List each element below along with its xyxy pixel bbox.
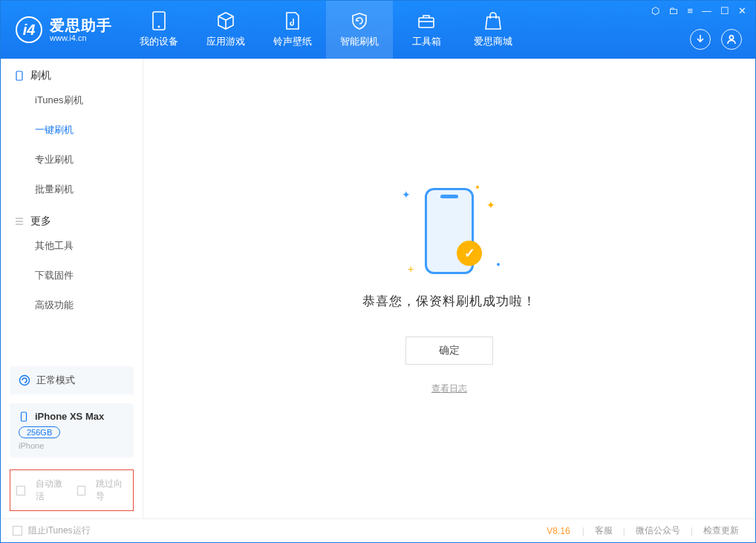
lock-icon[interactable]: 🗀 [668,5,678,16]
tshirt-icon[interactable]: ⬡ [651,5,659,16]
dot-icon [476,186,479,189]
sparkle-icon: + [408,263,414,275]
checkbox-auto-activate[interactable] [16,486,25,495]
app-domain: www.i4.cn [50,33,112,42]
device-name: iPhone XS Max [35,411,104,422]
sidebar-item-oneclick-flash[interactable]: 一键刷机 [35,115,143,145]
success-message: 恭喜您，保资料刷机成功啦！ [362,293,536,310]
svg-rect-5 [16,71,22,80]
shield-refresh-icon [350,11,369,30]
download-button[interactable] [690,29,711,50]
sidebar-section-more: 更多 [1,204,143,231]
logo-icon: i4 [16,16,42,43]
sidebar-section-flash: 刷机 [1,59,143,85]
logo[interactable]: i4 爱思助手 www.i4.cn [1,1,126,59]
top-nav: 我的设备 应用游戏 铃声壁纸 智能刷机 工具箱 爱思商城 [126,1,527,59]
app-window: i4 爱思助手 www.i4.cn 我的设备 应用游戏 铃声壁纸 智能刷机 [0,0,756,543]
sidebar-item-batch-flash[interactable]: 批量刷机 [35,175,143,204]
nav-my-device[interactable]: 我的设备 [126,1,192,59]
minimize-button[interactable]: ― [702,5,711,16]
checkbox-block-itunes[interactable] [13,526,22,536]
footer-link-wechat[interactable]: 微信公众号 [631,524,685,537]
main-content: ✦ ✦ + ✓ 恭喜您，保资料刷机成功啦！ 确定 查看日志 [143,59,755,518]
svg-point-4 [729,36,733,39]
device-icon [14,71,25,81]
label-skip-guide: 跳过向导 [96,478,127,503]
footer-link-update[interactable]: 检查更新 [699,524,743,537]
cube-icon [216,11,235,30]
list-icon [14,216,25,227]
phone-icon [149,11,169,30]
label-block-itunes: 阻止iTunes运行 [28,524,91,537]
maximize-button[interactable]: ☐ [720,5,729,16]
titlebar-controls: ⬡ 🗀 ≡ ― ☐ ✕ [651,5,746,16]
nav-store[interactable]: 爱思商城 [460,1,527,59]
footer: 阻止iTunes运行 V8.16 | 客服 | 微信公众号 | 检查更新 [1,518,755,542]
svg-point-9 [20,376,30,386]
toolbox-icon [417,11,436,30]
sparkle-icon: ✦ [402,189,411,201]
check-badge-icon: ✓ [457,241,482,266]
nav-smart-flash[interactable]: 智能刷机 [326,1,393,59]
sparkle-icon: ✦ [486,199,495,211]
sidebar-item-itunes-flash[interactable]: iTunes刷机 [35,85,143,115]
user-button[interactable] [721,29,742,50]
svg-rect-10 [22,412,27,421]
version-label: V8.16 [547,526,570,536]
ok-button[interactable]: 确定 [405,336,493,365]
dot-icon [497,263,500,266]
body: 刷机 iTunes刷机 一键刷机 专业刷机 批量刷机 更多 其他工具 下载固件 … [1,59,755,518]
label-auto-activate: 自动激活 [36,478,67,503]
device-type: iPhone [19,441,125,450]
header-actions [690,29,742,50]
svg-rect-2 [419,18,434,27]
footer-link-service[interactable]: 客服 [590,524,617,537]
bag-icon [483,11,503,30]
sidebar-item-advanced[interactable]: 高级功能 [35,290,143,320]
device-info[interactable]: iPhone XS Max 256GB iPhone [10,403,134,458]
nav-toolbox[interactable]: 工具箱 [393,1,460,59]
close-button[interactable]: ✕ [738,5,746,16]
checkbox-skip-guide[interactable] [77,486,86,495]
sidebar: 刷机 iTunes刷机 一键刷机 专业刷机 批量刷机 更多 其他工具 下载固件 … [1,59,143,518]
svg-point-1 [158,26,160,28]
music-file-icon [283,11,302,30]
sidebar-item-other-tools[interactable]: 其他工具 [35,231,143,261]
menu-icon[interactable]: ≡ [687,5,693,16]
success-illustration: ✦ ✦ + ✓ [397,183,501,279]
header: i4 爱思助手 www.i4.cn 我的设备 应用游戏 铃声壁纸 智能刷机 [1,1,755,59]
phone-small-icon [19,412,29,422]
device-capacity: 256GB [19,426,60,438]
sidebar-item-pro-flash[interactable]: 专业刷机 [35,145,143,175]
app-name: 爱思助手 [50,17,112,33]
view-log-link[interactable]: 查看日志 [431,383,467,395]
sidebar-item-download-firmware[interactable]: 下载固件 [35,261,143,290]
refresh-icon [19,374,30,386]
nav-ringtones-wallpapers[interactable]: 铃声壁纸 [259,1,326,59]
mode-indicator[interactable]: 正常模式 [10,366,134,394]
nav-apps-games[interactable]: 应用游戏 [192,1,259,59]
options-highlighted: 自动激活 跳过向导 [10,469,134,511]
